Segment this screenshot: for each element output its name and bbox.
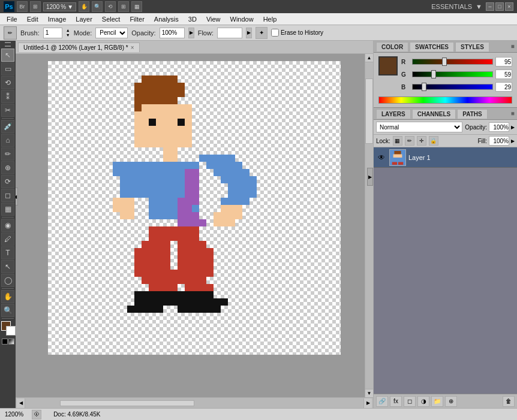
brush-size-input[interactable] [43, 28, 62, 38]
default-colors-btn[interactable] [2, 339, 8, 345]
hscroll-track[interactable] [26, 400, 362, 406]
r-value-input[interactable]: 95 [495, 57, 512, 67]
b-slider-thumb[interactable] [422, 83, 426, 91]
opacity-arrow-btn[interactable]: ▶ [511, 125, 515, 130]
brush-preset-btn[interactable]: ✏ [4, 26, 17, 40]
layer-item[interactable]: 👁 Layer 1 [374, 147, 517, 168]
swap-colors-btn[interactable] [8, 339, 14, 345]
history-brush-tool[interactable]: ⟳ [1, 175, 14, 188]
tab-channels[interactable]: CHANNELS [412, 109, 456, 119]
zoom-tool-icon[interactable]: 🔍 [92, 1, 103, 12]
opacity-input[interactable] [160, 28, 185, 38]
tab-paths[interactable]: PATHS [457, 109, 487, 119]
background-color[interactable] [6, 326, 16, 336]
pixel-canvas[interactable] [48, 61, 341, 355]
menu-view[interactable]: View [202, 14, 225, 24]
menu-select[interactable]: Select [98, 14, 125, 24]
panel-collapse-right[interactable]: ▶ [367, 168, 373, 186]
menu-help[interactable]: Help [259, 14, 281, 24]
menu-image[interactable]: Image [44, 14, 71, 24]
quick-select-tool[interactable]: ⁑ [1, 90, 14, 103]
new-layer-btn[interactable]: ⊕ [445, 396, 457, 407]
color-swatches[interactable] [0, 320, 16, 337]
fill-input[interactable] [489, 136, 509, 146]
lock-transparent-btn[interactable]: ▦ [393, 136, 402, 146]
hand-tool[interactable]: ✋ [1, 290, 14, 303]
canvas-tab[interactable]: Untitled-1 @ 1200% (Layer 1, RGB/8) * × [18, 43, 140, 52]
path-select-tool[interactable]: ↖ [1, 260, 14, 273]
flow-slider-btn[interactable]: ▶ [246, 28, 252, 38]
menu-layer[interactable]: Layer [71, 14, 97, 24]
opacity-slider-btn[interactable]: ▶ [188, 28, 194, 38]
type-tool[interactable]: T [1, 246, 14, 259]
g-slider-track[interactable] [412, 71, 493, 77]
menu-file[interactable]: File [2, 14, 22, 24]
tab-styles[interactable]: STYLES [455, 42, 489, 52]
layer-visibility-btn[interactable]: 👁 [376, 152, 387, 163]
hscroll-right-btn[interactable]: ▶ [363, 398, 372, 408]
panel-collapse-left[interactable]: ◀ [16, 188, 18, 206]
flow-input[interactable] [217, 28, 242, 38]
brush-size-arrows[interactable]: ▲ ▼ [66, 28, 70, 38]
layer-effects-btn[interactable]: fx [390, 396, 402, 407]
b-slider-track[interactable] [412, 84, 493, 90]
b-value-input[interactable]: 29 [495, 82, 512, 92]
zoom-control[interactable]: 1200 % ▼ [43, 2, 76, 11]
g-value-input[interactable]: 59 [495, 70, 512, 79]
close-button[interactable]: × [505, 2, 513, 11]
tab-color[interactable]: COLOR [376, 42, 408, 52]
status-info-btn[interactable]: 🛈 [32, 410, 41, 419]
mode-select[interactable]: Pencil [95, 28, 128, 38]
pen-tool[interactable]: 🖊 [1, 232, 14, 246]
rotate-icon[interactable]: ⟲ [105, 1, 116, 12]
canvas-tab-close[interactable]: × [131, 44, 134, 51]
new-adjustment-btn[interactable]: ◑ [417, 396, 429, 407]
zoom-tool-left[interactable]: 🔍 [1, 304, 14, 317]
spot-heal-tool[interactable]: ⌂ [1, 134, 14, 147]
hand-tool-icon[interactable]: ✋ [79, 1, 89, 12]
layer-mask-btn[interactable]: ◻ [404, 396, 416, 407]
new-group-btn[interactable]: 📁 [431, 396, 443, 407]
shape-tool[interactable]: ◯ [1, 274, 14, 287]
delete-layer-btn[interactable]: 🗑 [503, 396, 515, 407]
gradient-tool[interactable]: ▦ [1, 203, 14, 216]
brush-tool[interactable]: ✏ [1, 147, 14, 161]
color-panel-menu-btn[interactable]: ≡ [511, 43, 515, 50]
view-icon[interactable]: ▦ [131, 1, 142, 12]
dodge-tool[interactable]: ◉ [1, 219, 14, 232]
essentials-dropdown-icon[interactable]: ▼ [476, 3, 482, 10]
layers-panel-menu-btn[interactable]: ≡ [511, 110, 515, 117]
opacity-input-layers[interactable] [489, 122, 509, 132]
r-slider-track[interactable] [412, 59, 493, 65]
arrange-icon[interactable]: ⊞ [118, 1, 129, 12]
fill-arrow-btn[interactable]: ▶ [511, 138, 515, 144]
essentials-label[interactable]: ESSENTIALS [431, 3, 472, 10]
g-slider-thumb[interactable] [431, 70, 436, 78]
maximize-button[interactable]: □ [495, 2, 504, 11]
r-slider-thumb[interactable] [442, 58, 447, 66]
canvas-scroll-area[interactable]: ▲ ▼ [16, 54, 373, 397]
lasso-tool[interactable]: ⟲ [1, 76, 14, 89]
link-layers-btn[interactable]: 🔗 [376, 396, 388, 407]
lock-all-btn[interactable]: 🔒 [429, 136, 438, 146]
color-preview-swatch[interactable] [378, 56, 398, 75]
crop-tool[interactable]: ✂ [1, 104, 14, 117]
zoom-dropdown-icon[interactable]: ▼ [67, 4, 73, 10]
lock-image-btn[interactable]: ✏ [405, 136, 414, 146]
eraser-tool[interactable]: ◻ [1, 189, 14, 202]
menu-edit[interactable]: Edit [23, 14, 43, 24]
horizontal-scrollbar[interactable]: ◀ ▶ [16, 397, 373, 408]
color-spectrum-bar[interactable] [378, 96, 512, 104]
menu-3d[interactable]: 3D [184, 14, 201, 24]
menu-filter[interactable]: Filter [125, 14, 148, 24]
menu-window[interactable]: Window [226, 14, 258, 24]
blend-mode-select[interactable]: Normal [376, 122, 462, 132]
lock-position-btn[interactable]: ✛ [417, 136, 426, 146]
hscroll-left-btn[interactable]: ◀ [17, 398, 25, 408]
selection-tool[interactable]: ▭ [1, 62, 14, 75]
vertical-scrollbar[interactable]: ▲ ▼ [365, 54, 373, 397]
minimize-button[interactable]: – [486, 2, 494, 11]
tab-layers[interactable]: LAYERS [376, 109, 411, 119]
clone-stamp-tool[interactable]: ⊕ [1, 161, 14, 174]
eyedropper-tool[interactable]: 💉 [1, 120, 14, 133]
